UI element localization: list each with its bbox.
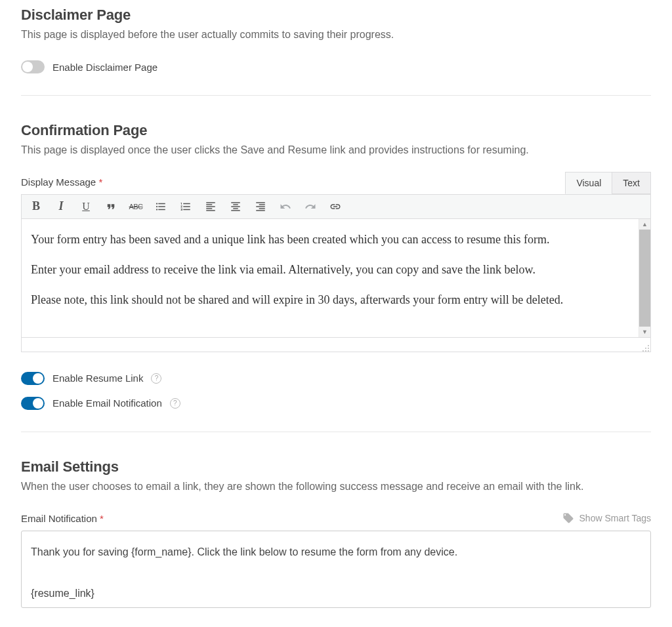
disclaimer-title: Disclaimer Page (21, 7, 651, 24)
disclaimer-toggle-row: Enable Disclaimer Page (21, 60, 651, 73)
confirmation-title: Confirmation Page (21, 122, 651, 139)
editor-statusbar (22, 337, 650, 352)
editor-content[interactable]: Your form entry has been saved and a uni… (22, 219, 639, 337)
resume-link-toggle-row: Enable Resume Link ? (21, 372, 651, 385)
bulleted-list-button[interactable] (154, 200, 167, 213)
link-button[interactable] (329, 200, 342, 213)
disclaimer-toggle-label: Enable Disclaimer Page (52, 62, 158, 73)
italic-button[interactable]: I (54, 200, 68, 213)
align-center-button[interactable] (229, 200, 242, 213)
email-settings-desc: When the user chooses to email a link, t… (21, 479, 651, 494)
resize-handle-icon[interactable] (641, 342, 649, 350)
confirmation-section: Confirmation Page This page is displayed… (21, 122, 651, 432)
editor-scrollbar[interactable]: ▲ ▼ (639, 219, 650, 337)
editor-wrap: Visual Text B I U ABC (21, 194, 651, 352)
email-notif-label: Email Notification * (21, 513, 104, 524)
disclaimer-toggle[interactable] (21, 60, 45, 73)
editor-toolbar: B I U ABC (22, 195, 650, 219)
email-notif-toggle-row: Enable Email Notification ? (21, 397, 651, 410)
scroll-track[interactable] (639, 230, 650, 327)
align-left-button[interactable] (204, 200, 217, 213)
tab-text[interactable]: Text (612, 172, 651, 194)
tab-visual[interactable]: Visual (565, 172, 612, 194)
email-notif-toggle-label: Enable Email Notification (52, 397, 162, 409)
help-icon[interactable]: ? (151, 373, 161, 384)
disclaimer-desc: This page is displayed before the user a… (21, 28, 651, 42)
editor-box: B I U ABC (21, 194, 651, 352)
redo-button[interactable] (304, 200, 317, 213)
email-settings-title: Email Settings (21, 458, 651, 475)
scroll-down-arrow-icon[interactable]: ▼ (639, 327, 650, 337)
email-notification-textarea[interactable]: Thank you for saving {form_name}. Click … (21, 531, 651, 608)
show-smart-tags-button[interactable]: Show Smart Tags (562, 512, 651, 524)
confirmation-desc: This page is displayed once the user cli… (21, 143, 651, 157)
resume-link-toggle-label: Enable Resume Link (52, 373, 143, 384)
bold-button[interactable]: B (30, 200, 43, 213)
scroll-up-arrow-icon[interactable]: ▲ (639, 219, 650, 230)
editor-paragraph-3: Please note, this link should not be sha… (31, 291, 629, 310)
editor-paragraph-2: Enter your email address to receive the … (31, 261, 629, 279)
help-icon[interactable]: ? (170, 398, 180, 409)
align-right-button[interactable] (254, 200, 267, 213)
email-notif-field-row: Email Notification * Show Smart Tags (21, 512, 651, 524)
blockquote-button[interactable] (104, 200, 117, 213)
numbered-list-button[interactable] (179, 200, 192, 213)
tag-icon (562, 512, 574, 524)
disclaimer-section: Disclaimer Page This page is displayed b… (21, 7, 651, 96)
resume-link-toggle[interactable] (21, 372, 45, 385)
display-message-label: Display Message * (21, 176, 651, 188)
email-notif-toggle[interactable] (21, 397, 45, 410)
editor-content-wrap: Your form entry has been saved and a uni… (22, 219, 650, 337)
editor-tabs: Visual Text (565, 172, 651, 194)
editor-paragraph-1: Your form entry has been saved and a uni… (31, 231, 629, 249)
undo-button[interactable] (279, 200, 292, 213)
strikethrough-button[interactable]: ABC (129, 200, 142, 213)
underline-button[interactable]: U (79, 200, 93, 213)
email-settings-section: Email Settings When the user chooses to … (21, 458, 651, 627)
